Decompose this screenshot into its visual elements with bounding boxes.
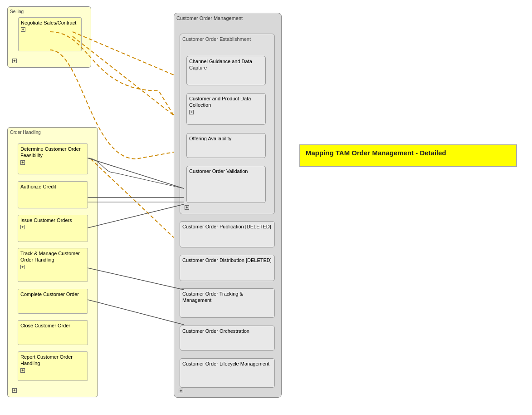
tracking-management-label: Customer Order Tracking & Management bbox=[182, 291, 272, 304]
track-manage-expand[interactable]: + bbox=[20, 265, 25, 269]
publication-label: Customer Order Publication [DELETED] bbox=[182, 223, 272, 230]
svg-line-5 bbox=[88, 204, 184, 228]
lifecycle-label: Customer Order Lifecycle Management bbox=[182, 361, 272, 367]
report-order-label: Report Customer Order Handling bbox=[20, 354, 85, 367]
report-order-expand[interactable]: + bbox=[20, 368, 25, 373]
com-group-label: Customer Order Management bbox=[176, 15, 279, 21]
orchestration-label: Customer Order Orchestration bbox=[182, 328, 272, 334]
determine-feasibility-label: Determine Customer Order Feasibility bbox=[20, 146, 85, 159]
order-handling-label: Order Handling bbox=[10, 129, 95, 135]
close-order-box[interactable]: Close Customer Order bbox=[18, 320, 88, 345]
establishment-expand[interactable]: + bbox=[185, 205, 189, 210]
orchestration-box[interactable]: Customer Order Orchestration bbox=[180, 326, 275, 351]
offering-availability-box[interactable]: Offering Availability bbox=[186, 133, 266, 158]
com-group-expand[interactable]: + bbox=[179, 389, 183, 393]
svg-line-7 bbox=[88, 300, 184, 325]
track-manage-box[interactable]: Track & Manage Customer Order Handling + bbox=[18, 248, 88, 282]
customer-product-data-expand[interactable]: + bbox=[189, 110, 194, 114]
com-group: Customer Order Management Customer Order… bbox=[174, 13, 282, 398]
close-order-label: Close Customer Order bbox=[20, 322, 85, 329]
offering-availability-label: Offering Availability bbox=[189, 135, 263, 142]
svg-line-3 bbox=[88, 158, 184, 188]
distribution-label: Customer Order Distribution [DELETED] bbox=[182, 257, 272, 263]
establishment-label: Customer Order Establishment bbox=[182, 36, 272, 42]
negotiate-sales-label: Negotiate Sales/Contract bbox=[21, 20, 79, 26]
order-handling-expand[interactable]: + bbox=[12, 388, 17, 393]
lifecycle-box[interactable]: Customer Order Lifecycle Management bbox=[180, 358, 275, 388]
report-order-box[interactable]: Report Customer Order Handling + bbox=[18, 351, 88, 381]
complete-order-label: Complete Customer Order bbox=[20, 291, 85, 297]
establishment-group: Customer Order Establishment Channel Gui… bbox=[180, 34, 275, 214]
channel-guidance-box[interactable]: Channel Guidance and Data Capture bbox=[186, 56, 266, 85]
distribution-box[interactable]: Customer Order Distribution [DELETED] bbox=[180, 255, 275, 281]
order-validation-box[interactable]: Customer Order Validation bbox=[186, 166, 266, 203]
order-validation-label: Customer Order Validation bbox=[189, 168, 263, 174]
title-text: Mapping TAM Order Management - Detailed bbox=[306, 149, 446, 157]
negotiate-sales-expand[interactable]: + bbox=[21, 27, 25, 32]
customer-product-data-box[interactable]: Customer and Product Data Collection + bbox=[186, 93, 266, 125]
selling-group-label: Selling bbox=[10, 9, 88, 15]
determine-feasibility-expand[interactable]: + bbox=[20, 160, 25, 165]
svg-line-2 bbox=[91, 159, 174, 237]
authorize-credit-label: Authorize Credit bbox=[20, 183, 85, 190]
complete-order-box[interactable]: Complete Customer Order bbox=[18, 289, 88, 314]
publication-box[interactable]: Customer Order Publication [DELETED] bbox=[180, 221, 275, 247]
diagram-container: Selling Negotiate Sales/Contract + + Ord… bbox=[0, 0, 532, 415]
negotiate-sales-box[interactable]: Negotiate Sales/Contract + bbox=[18, 17, 82, 51]
issue-orders-expand[interactable]: + bbox=[20, 225, 25, 229]
determine-feasibility-box[interactable]: Determine Customer Order Feasibility + bbox=[18, 143, 88, 174]
track-manage-label: Track & Manage Customer Order Handling bbox=[20, 250, 85, 263]
authorize-credit-box[interactable]: Authorize Credit bbox=[18, 181, 88, 208]
title-box: Mapping TAM Order Management - Detailed bbox=[299, 144, 517, 167]
customer-product-data-label: Customer and Product Data Collection bbox=[189, 95, 263, 109]
selling-group: Selling Negotiate Sales/Contract + + bbox=[7, 6, 91, 68]
channel-guidance-label: Channel Guidance and Data Capture bbox=[189, 58, 263, 71]
selling-group-expand[interactable]: + bbox=[12, 59, 17, 63]
svg-line-6 bbox=[88, 268, 184, 290]
issue-orders-box[interactable]: Issue Customer Orders + bbox=[18, 215, 88, 242]
tracking-management-box[interactable]: Customer Order Tracking & Management bbox=[180, 288, 275, 318]
issue-orders-label: Issue Customer Orders bbox=[20, 217, 85, 223]
order-handling-group: Order Handling Determine Customer Order … bbox=[7, 127, 98, 397]
